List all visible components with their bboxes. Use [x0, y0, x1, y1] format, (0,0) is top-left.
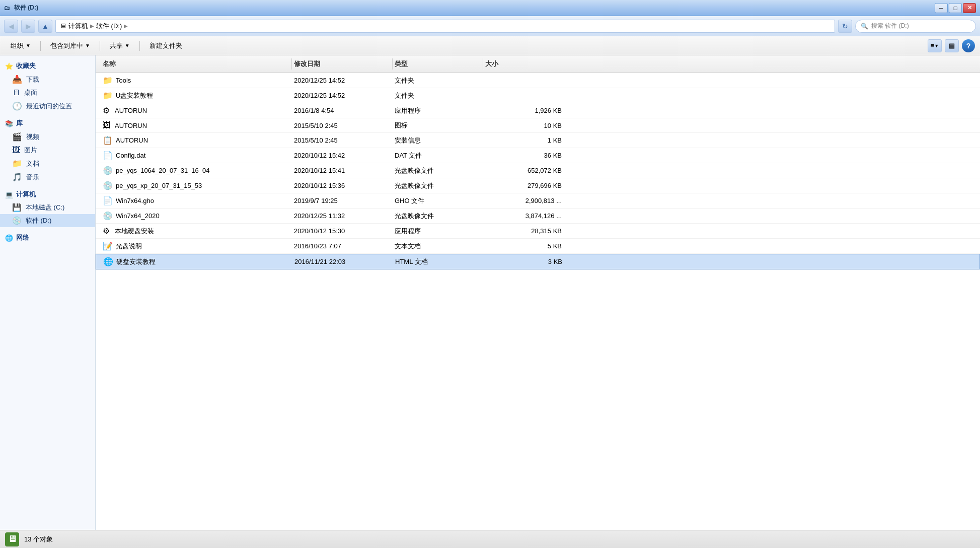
maximize-button[interactable]: □ — [949, 3, 962, 13]
file-size-cell: 2,900,813 ... — [483, 196, 564, 206]
favorites-header[interactable]: ⭐ 收藏夹 — [0, 59, 95, 73]
sidebar-item-drive-d[interactable]: 💿 软件 (D:) — [0, 214, 95, 227]
breadcrumb-computer[interactable]: 计算机 — [68, 22, 88, 31]
file-name: AUTORUN — [115, 122, 147, 129]
refresh-button[interactable]: ↻ — [838, 20, 852, 33]
file-modified-cell: 2015/5/10 2:45 — [292, 135, 393, 145]
table-row[interactable]: 📋AUTORUN2015/5/10 2:45安装信息1 KB — [96, 133, 980, 148]
file-icon: ⚙ — [103, 106, 112, 115]
sidebar-item-music[interactable]: 🎵 音乐 — [0, 170, 95, 184]
col-type[interactable]: 类型 — [393, 58, 483, 70]
statusbar: 🖥 13 个对象 — [0, 530, 980, 548]
recent-label: 最近访问的位置 — [26, 102, 72, 111]
table-row[interactable]: 💿Win7x64_20202020/12/25 11:32光盘映像文件3,874… — [96, 209, 980, 224]
table-row[interactable]: 💿pe_yqs_1064_20_07_31_16_042020/10/12 15… — [96, 163, 980, 178]
file-icon: 📁 — [103, 76, 113, 85]
file-type-cell: 安装信息 — [393, 135, 483, 146]
sidebar-item-recent[interactable]: 🕒 最近访问的位置 — [0, 99, 95, 113]
table-row[interactable]: 📝光盘说明2016/10/23 7:07文本文档5 KB — [96, 239, 980, 254]
downloads-label: 下载 — [26, 75, 39, 84]
file-size-cell: 652,072 KB — [483, 166, 564, 175]
network-header[interactable]: 🌐 网络 — [0, 231, 95, 244]
toolbar-separator-1 — [40, 41, 41, 51]
file-modified-cell: 2020/12/25 14:52 — [292, 91, 393, 100]
file-modified-cell: 2020/10/12 15:36 — [292, 181, 393, 190]
file-icon: 💿 — [103, 211, 113, 221]
view-icon: ≡ — [931, 42, 935, 49]
share-button[interactable]: 共享 ▼ — [104, 39, 135, 53]
pictures-label: 图片 — [24, 146, 37, 155]
file-modified-cell: 2020/12/25 14:52 — [292, 76, 393, 85]
help-button[interactable]: ? — [962, 39, 975, 52]
file-modified-cell: 2019/9/7 19:25 — [292, 196, 393, 206]
file-modified-cell: 2020/12/25 11:32 — [292, 211, 393, 221]
sidebar-item-documents[interactable]: 📁 文档 — [0, 157, 95, 170]
col-size[interactable]: 大小 — [483, 58, 564, 70]
file-size-cell: 5 KB — [483, 241, 564, 251]
sidebar-item-desktop[interactable]: 🖥 桌面 — [0, 86, 95, 99]
new-folder-button[interactable]: 新建文件夹 — [144, 39, 188, 53]
file-type-cell: DAT 文件 — [393, 150, 483, 161]
table-row[interactable]: ⚙本地硬盘安装2020/10/12 15:30应用程序28,315 KB — [96, 224, 980, 239]
statusbar-count: 13 个对象 — [24, 535, 53, 544]
file-type-cell: 图标 — [393, 120, 483, 131]
breadcrumb[interactable]: 🖥 计算机 ▶ 软件 (D:) ▶ — [55, 20, 835, 33]
titlebar: 🗂 软件 (D:) ─ □ ✕ — [0, 0, 980, 16]
sidebar-item-downloads[interactable]: 📥 下载 — [0, 73, 95, 86]
file-icon: 💿 — [103, 166, 113, 175]
computer-header[interactable]: 💻 计算机 — [0, 188, 95, 201]
add-to-library-button[interactable]: 包含到库中 ▼ — [45, 39, 96, 53]
table-row[interactable]: 📁Tools2020/12/25 14:52文件夹 — [96, 73, 980, 88]
file-name: Config.dat — [116, 152, 145, 159]
file-modified-cell: 2020/10/12 15:30 — [292, 226, 393, 236]
network-label: 网络 — [16, 233, 29, 242]
col-modified[interactable]: 修改日期 — [292, 58, 393, 70]
file-name: Win7x64.gho — [116, 197, 154, 204]
table-row[interactable]: 📁U盘安装教程2020/12/25 14:52文件夹 — [96, 88, 980, 103]
file-modified-cell: 2015/5/10 2:45 — [292, 121, 393, 130]
table-row[interactable]: 📄Win7x64.gho2019/9/7 19:25GHO 文件2,900,81… — [96, 193, 980, 209]
table-row[interactable]: 💿pe_yqs_xp_20_07_31_15_532020/10/12 15:3… — [96, 178, 980, 193]
search-bar[interactable]: 🔍 搜索 软件 (D:) — [855, 20, 976, 33]
organize-button[interactable]: 组织 ▼ — [5, 39, 36, 53]
sidebar-item-drive-c[interactable]: 💾 本地磁盘 (C:) — [0, 201, 95, 214]
up-button[interactable]: ▲ — [38, 20, 52, 33]
file-modified-cell: 2020/10/12 15:41 — [292, 166, 393, 175]
window-icon: 🗂 — [4, 5, 10, 12]
computer-label: 计算机 — [16, 190, 36, 199]
new-folder-label: 新建文件夹 — [149, 41, 182, 50]
minimize-button[interactable]: ─ — [935, 3, 948, 13]
file-size-cell: 1 KB — [483, 135, 564, 145]
drive-c-icon: 💾 — [12, 203, 22, 212]
file-size-cell: 1,926 KB — [483, 106, 564, 115]
sidebar-item-pictures[interactable]: 🖼 图片 — [0, 144, 95, 157]
library-label: 库 — [16, 119, 23, 128]
file-name-cell: 💿pe_yqs_1064_20_07_31_16_04 — [101, 165, 292, 176]
col-name[interactable]: 名称 — [101, 58, 292, 70]
file-name-cell: 📋AUTORUN — [101, 134, 292, 146]
file-size-cell: 279,696 KB — [483, 181, 564, 190]
table-row[interactable]: ⚙AUTORUN2016/1/8 4:54应用程序1,926 KB — [96, 103, 980, 118]
preview-pane-button[interactable]: ▤ — [945, 39, 959, 52]
close-button[interactable]: ✕ — [963, 3, 976, 13]
back-button[interactable]: ◀ — [4, 20, 18, 33]
drive-d-label: 软件 (D:) — [26, 216, 51, 225]
breadcrumb-arrow-2: ▶ — [124, 23, 128, 29]
network-section: 🌐 网络 — [0, 231, 95, 244]
sidebar-item-videos[interactable]: 🎬 视频 — [0, 130, 95, 144]
table-row[interactable]: 🌐硬盘安装教程2016/11/21 22:03HTML 文档3 KB — [96, 254, 980, 269]
file-icon: ⚙ — [103, 226, 112, 236]
file-modified-cell: 2020/10/12 15:42 — [292, 151, 393, 160]
statusbar-icon: 🖥 — [5, 532, 19, 546]
file-size-cell: 3,874,126 ... — [483, 211, 564, 221]
library-header[interactable]: 📚 库 — [0, 117, 95, 130]
view-button[interactable]: ≡ ▼ — [928, 39, 942, 52]
titlebar-controls: ─ □ ✕ — [935, 3, 976, 13]
breadcrumb-drive[interactable]: 软件 (D:) — [96, 22, 122, 31]
table-row[interactable]: 📄Config.dat2020/10/12 15:42DAT 文件36 KB — [96, 148, 980, 163]
breadcrumb-arrow-1: ▶ — [90, 23, 94, 29]
forward-button[interactable]: ▶ — [21, 20, 35, 33]
music-label: 音乐 — [26, 173, 39, 182]
table-row[interactable]: 🖼AUTORUN2015/5/10 2:45图标10 KB — [96, 118, 980, 133]
preview-icon: ▤ — [949, 42, 955, 49]
